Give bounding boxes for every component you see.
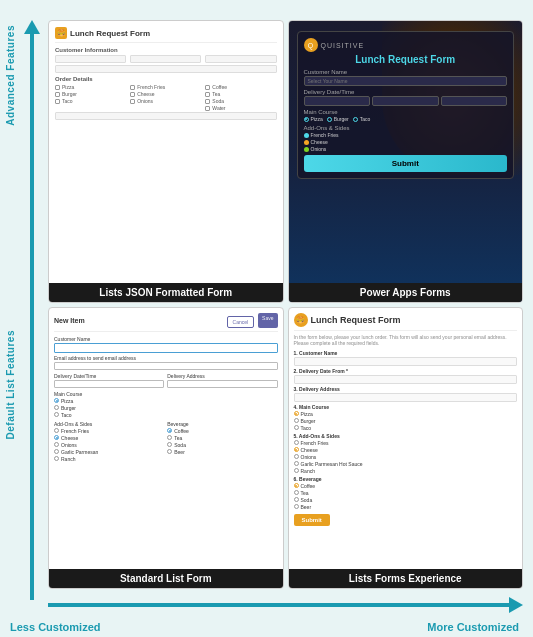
bl-tea-radio[interactable] (167, 435, 172, 440)
bl-burger-radio[interactable] (54, 405, 59, 410)
br-beverage-label: 6. Beverage (294, 476, 518, 482)
tl-beverage-col: Coffee Tea Soda (205, 84, 276, 112)
tl-taco-cb[interactable] (55, 99, 60, 104)
tr-taco-label: Taco (360, 116, 371, 122)
tr-date-row (304, 96, 508, 106)
tl-fries-cb[interactable] (130, 85, 135, 90)
bl-save-button[interactable]: Save (258, 313, 277, 328)
tl-pizza-cb[interactable] (55, 85, 60, 90)
tl-fries-label: French Fries (137, 84, 165, 90)
br-form-title: Lunch Request Form (311, 315, 401, 325)
tr-datetime-label: Delivery Date/Time (304, 89, 508, 95)
tl-water-cb[interactable] (205, 106, 210, 111)
tl-onions-label: Onions (137, 98, 153, 104)
br-onions-text: Onions (301, 454, 317, 460)
br-delivery-addr-field[interactable] (294, 393, 518, 402)
br-cheese-text: Cheese (301, 447, 318, 453)
tl-cheese-cb[interactable] (130, 92, 135, 97)
tl-form-content: 🍔 Lunch Request Form Customer Informatio… (49, 21, 283, 129)
br-logo-icon: 🍔 (294, 313, 308, 327)
tl-col-2 (130, 55, 201, 65)
bl-delivery-addr-label: Delivery Address (167, 373, 277, 379)
bl-customer-field[interactable] (54, 343, 278, 353)
y-label-default: Default List Features (5, 330, 16, 439)
bl-soda-radio[interactable] (167, 442, 172, 447)
bl-fries-radio[interactable] (54, 428, 59, 433)
bl-onions-radio[interactable] (54, 442, 59, 447)
bl-ranch-radio[interactable] (54, 456, 59, 461)
br-garlic-text: Garlic Parmesan Hot Sauce (301, 461, 363, 467)
br-coffee-row: Coffee (294, 483, 518, 489)
tr-date-mm[interactable] (372, 96, 439, 106)
tr-date-dd[interactable] (304, 96, 371, 106)
br-tea-radio[interactable] (294, 490, 299, 495)
bl-delivery-addr-field[interactable] (167, 380, 277, 388)
br-onions-radio[interactable] (294, 454, 299, 459)
tl-soda-cb[interactable] (205, 99, 210, 104)
bl-coffee-radio[interactable] (167, 428, 172, 433)
bl-cheese-radio[interactable] (54, 435, 59, 440)
x-label-left: Less Customized (10, 621, 100, 633)
br-beer-radio[interactable] (294, 504, 299, 509)
y-axis-arrow (24, 20, 40, 34)
tr-main-course-label: Main Course (304, 109, 508, 115)
br-customer-field[interactable] (294, 357, 518, 366)
br-taco-radio[interactable] (294, 425, 299, 430)
bl-right-col: Delivery Address (167, 371, 277, 389)
tl-tea-cb[interactable] (205, 92, 210, 97)
br-form-header: 🍔 Lunch Request Form (294, 313, 518, 331)
tr-date-yyyy[interactable] (441, 96, 508, 106)
tl-coffee-label: Coffee (212, 84, 227, 90)
br-burger-row: Burger (294, 418, 518, 424)
tr-radio-burger[interactable] (327, 117, 332, 122)
bl-taco-radio[interactable] (54, 412, 59, 417)
bl-garlic-radio[interactable] (54, 449, 59, 454)
tl-burger-cb[interactable] (55, 92, 60, 97)
tr-customer-input[interactable]: Select Your Name (304, 76, 508, 86)
y-axis-line (30, 34, 34, 600)
br-tea-text: Tea (301, 490, 309, 496)
br-garlic-radio[interactable] (294, 461, 299, 466)
br-pizza-radio[interactable] (294, 411, 299, 416)
x-axis-line (48, 603, 509, 607)
tr-radio-taco[interactable] (353, 117, 358, 122)
bl-taco-row: Taco (54, 412, 278, 418)
br-coffee-radio[interactable] (294, 483, 299, 488)
bl-cheese-text: Cheese (61, 435, 78, 441)
bl-delivery-date-field[interactable] (54, 380, 164, 388)
br-submit-button[interactable]: Submit (294, 514, 330, 526)
br-delivery-date-field[interactable] (294, 375, 518, 384)
br-burger-radio[interactable] (294, 418, 299, 423)
br-fries-radio[interactable] (294, 440, 299, 445)
br-fries-text: French Fries (301, 440, 329, 446)
tr-submit-button[interactable]: Submit (304, 155, 508, 172)
bl-soda-row: Soda (167, 442, 277, 448)
tl-coffee-cb[interactable] (205, 85, 210, 90)
br-soda-radio[interactable] (294, 497, 299, 502)
tl-order-section: Order Details Pizza Burger (55, 76, 277, 120)
quadrant-top-right: Q QUISITIVE Lunch Request Form Customer … (288, 20, 524, 303)
tl-tea-row: Tea (205, 91, 276, 97)
tl-tea-label: Tea (212, 91, 220, 97)
bl-bl-cheese-row: Cheese (54, 435, 164, 441)
bl-addons-label: Add-Ons & Sides (54, 421, 164, 427)
bl-pizza-radio[interactable] (54, 398, 59, 403)
tr-brand-icon: Q (304, 38, 318, 52)
tr-adds-cheese: Cheese (304, 139, 508, 145)
tr-radio-pizza[interactable] (304, 117, 309, 122)
br-cheese-radio[interactable] (294, 447, 299, 452)
tl-onions-cb[interactable] (130, 99, 135, 104)
y-label-advanced: Advanced Features (5, 25, 16, 126)
bl-cancel-button[interactable]: Cancel (227, 316, 255, 328)
tl-notes-field (55, 112, 277, 120)
quadrant-top-left: 🍔 Lunch Request Form Customer Informatio… (48, 20, 284, 303)
bl-beer-radio[interactable] (167, 449, 172, 454)
br-ranch-row: Ranch (294, 468, 518, 474)
bl-onions-row: Onions (54, 442, 164, 448)
bl-beer-row: Beer (167, 449, 277, 455)
bl-email-field[interactable] (54, 362, 278, 370)
br-taco-row: Taco (294, 425, 518, 431)
br-delivery-date-label: 2. Delivery Date From * (294, 368, 518, 374)
br-ranch-radio[interactable] (294, 468, 299, 473)
tl-order-section-title: Order Details (55, 76, 277, 82)
